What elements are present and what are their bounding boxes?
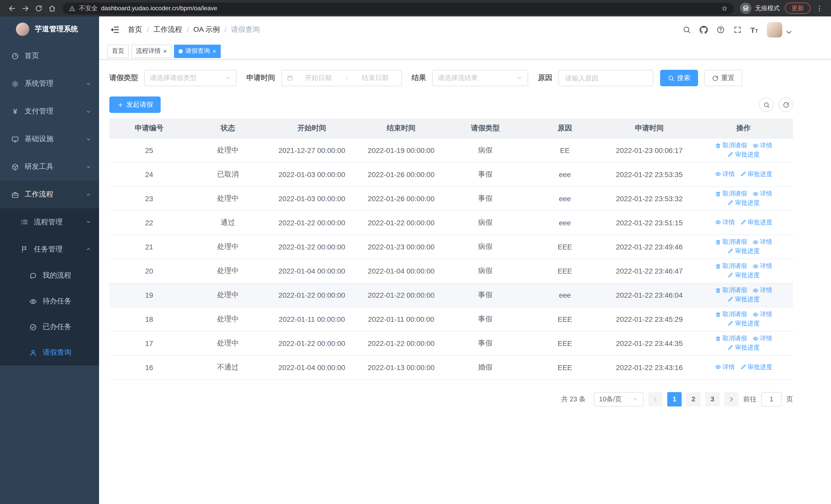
sidebar-item-system[interactable]: 系统管理 <box>0 70 99 97</box>
tab-home[interactable]: 首页 <box>107 45 129 58</box>
cell-id: 20 <box>109 259 189 283</box>
bookmark-star-icon[interactable] <box>721 5 728 11</box>
cell-applied: 2022-01-22 23:43:16 <box>605 355 694 379</box>
approval-progress-link[interactable]: 审批进度 <box>727 319 760 328</box>
sidebar-item-my-process[interactable]: 我的流程 <box>0 263 99 289</box>
help-icon[interactable] <box>716 26 724 34</box>
close-tab-icon[interactable]: × <box>212 48 216 54</box>
tab-leave-query[interactable]: 请假查询× <box>174 45 221 58</box>
pen-icon <box>727 320 734 326</box>
detail-link[interactable]: 详情 <box>752 141 772 150</box>
sidebar-item-leave-query[interactable]: 请假查询 <box>0 340 99 365</box>
trash-icon <box>715 239 721 245</box>
goto-page-input[interactable] <box>761 392 782 406</box>
detail-link[interactable]: 详情 <box>752 334 772 343</box>
cell-status: 处理中 <box>189 331 267 355</box>
detail-link[interactable]: 详情 <box>752 310 772 319</box>
result-placeholder: 请选择流结果 <box>438 73 478 83</box>
breadcrumb-item[interactable]: 工作流程 <box>153 25 182 34</box>
reset-button[interactable]: 重置 <box>704 70 742 86</box>
cancel-leave-link[interactable]: 取消请假 <box>715 334 747 343</box>
sidebar-item-todo-task[interactable]: 待办任务 <box>0 289 99 314</box>
sidebar-item-task-mgmt[interactable]: 任务管理 <box>0 236 99 263</box>
navbar-actions: TT <box>682 22 793 37</box>
browser-address-bar[interactable]: 不安全 dashboard.yudao.iocoder.cn/bpm/oa/le… <box>63 2 734 14</box>
detail-link[interactable]: 详情 <box>715 363 735 372</box>
sidebar-item-workflow[interactable]: 工作流程 <box>0 181 99 208</box>
sidebar-item-devtools[interactable]: 研发工具 <box>0 153 99 181</box>
cell-applied: 2022-01-22 23:49:46 <box>605 235 694 259</box>
page-button-1[interactable]: 1 <box>667 392 682 406</box>
prev-page-button[interactable] <box>648 392 663 406</box>
sidebar-item-payment[interactable]: ¥支付管理 <box>0 97 99 125</box>
approval-progress-link[interactable]: 审批进度 <box>740 218 772 227</box>
approval-progress-link[interactable]: 审批进度 <box>727 343 760 352</box>
search-icon[interactable] <box>682 26 691 34</box>
cancel-leave-link[interactable]: 取消请假 <box>715 189 747 198</box>
approval-progress-link[interactable]: 审批进度 <box>727 271 760 279</box>
leave-type-select[interactable]: 请选择请假类型 <box>144 70 237 86</box>
approval-progress-link[interactable]: 审批进度 <box>740 170 772 179</box>
create-leave-button[interactable]: 发起请假 <box>109 96 161 113</box>
result-select[interactable]: 请选择流结果 <box>432 70 528 86</box>
fullscreen-icon[interactable] <box>733 26 741 34</box>
browser-home-button[interactable] <box>45 2 58 15</box>
trash-icon <box>715 335 721 342</box>
github-icon[interactable] <box>699 26 708 34</box>
page-size-select[interactable]: 10条/页 <box>594 392 643 406</box>
sidebar-item-label: 已办任务 <box>42 322 71 331</box>
apply-time-range-picker[interactable]: 开始日期 - 结束日期 <box>281 70 402 86</box>
refresh-table-button[interactable] <box>779 97 793 112</box>
sidebar-item-label: 任务管理 <box>34 244 63 254</box>
detail-link[interactable]: 详情 <box>752 286 772 295</box>
incognito-avatar <box>740 3 751 14</box>
cancel-leave-link[interactable]: 取消请假 <box>715 141 747 150</box>
sidebar-item-done-task[interactable]: 已办任务 <box>0 314 99 340</box>
sidebar-item-home[interactable]: 首页 <box>0 42 99 70</box>
apply-time-label: 申请时间 <box>247 73 275 83</box>
detail-link[interactable]: 详情 <box>752 262 772 270</box>
range-separator: - <box>346 74 348 82</box>
pen-icon <box>727 345 734 351</box>
cancel-leave-link[interactable]: 取消请假 <box>715 310 747 319</box>
approval-progress-link[interactable]: 审批进度 <box>727 150 760 159</box>
browser-menu-button[interactable] <box>812 2 826 15</box>
sidebar-menu: 首页系统管理¥支付管理基础设施研发工具工作流程流程管理任务管理我的流程待办任务已… <box>0 42 99 365</box>
next-page-button[interactable] <box>724 392 739 406</box>
toggle-search-button[interactable] <box>759 97 774 112</box>
tab-process-detail[interactable]: 流程详情× <box>132 45 171 58</box>
browser-forward-button[interactable] <box>19 2 32 15</box>
approval-progress-link[interactable]: 审批进度 <box>740 363 772 372</box>
page-button-3[interactable]: 3 <box>705 392 720 406</box>
sidebar-item-infrastructure[interactable]: 基础设施 <box>0 125 99 153</box>
cell-type: 病假 <box>446 210 525 235</box>
page-button-2[interactable]: 2 <box>686 392 700 406</box>
close-tab-icon[interactable]: × <box>163 48 167 54</box>
sidebar-fold-icon[interactable] <box>110 25 120 34</box>
search-button[interactable]: 搜索 <box>660 70 698 86</box>
browser-reload-button[interactable] <box>32 2 45 15</box>
avatar[interactable] <box>767 22 782 37</box>
approval-progress-link[interactable]: 审批进度 <box>727 198 760 207</box>
cell-type: 病假 <box>446 259 525 283</box>
cancel-leave-link[interactable]: 取消请假 <box>715 286 747 295</box>
cancel-leave-link[interactable]: 取消请假 <box>715 238 747 246</box>
font-size-icon[interactable]: TT <box>750 26 758 34</box>
calendar-icon <box>287 75 293 81</box>
sidebar-item-process-mgmt[interactable]: 流程管理 <box>0 208 99 236</box>
approval-progress-link[interactable]: 审批进度 <box>727 247 760 255</box>
browser-back-button[interactable] <box>5 2 19 15</box>
table-row: 25处理中2021-12-27 00:00:002022-01-19 00:00… <box>109 138 793 162</box>
breadcrumb-item[interactable]: OA 示例 <box>194 25 220 34</box>
cancel-leave-link[interactable]: 取消请假 <box>715 262 747 270</box>
incognito-badge: 无痕模式 <box>740 3 780 14</box>
detail-link[interactable]: 详情 <box>715 170 735 179</box>
user-menu[interactable] <box>767 22 793 37</box>
breadcrumb-item[interactable]: 首页 <box>128 25 142 34</box>
browser-update-button[interactable]: 更新 <box>785 3 810 14</box>
approval-progress-link[interactable]: 审批进度 <box>727 295 760 304</box>
detail-link[interactable]: 详情 <box>752 238 772 246</box>
detail-link[interactable]: 详情 <box>715 218 735 227</box>
detail-link[interactable]: 详情 <box>752 189 772 198</box>
reason-input[interactable] <box>558 70 653 86</box>
